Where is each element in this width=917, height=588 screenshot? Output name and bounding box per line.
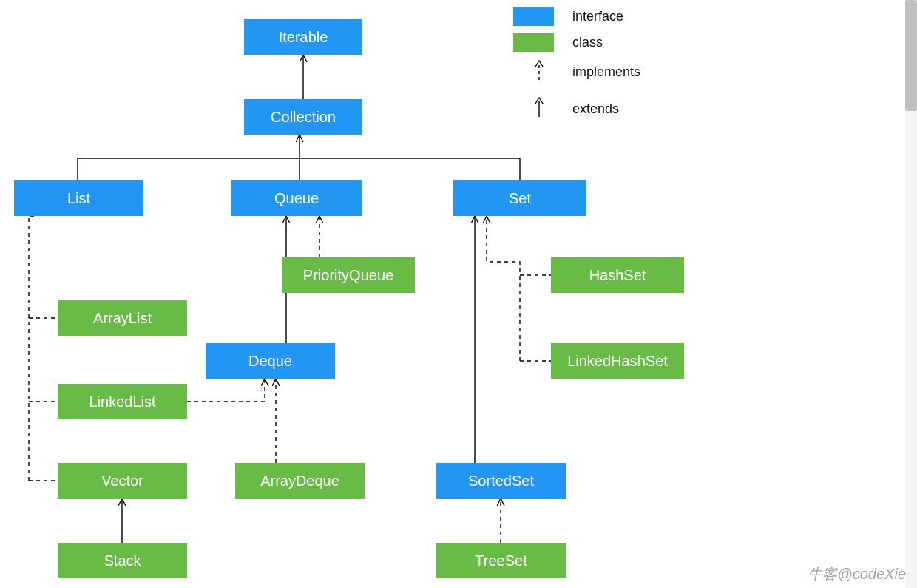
node-set: Set xyxy=(453,180,586,216)
edge-1 xyxy=(78,158,520,180)
node-list: List xyxy=(14,180,143,216)
edge-9 xyxy=(187,379,265,402)
node-arraylist: ArrayList xyxy=(58,300,187,336)
node-deque: Deque xyxy=(206,343,335,379)
edge-4 xyxy=(29,216,37,481)
node-hashset: HashSet xyxy=(551,257,684,293)
node-arraydeque: ArrayDeque xyxy=(235,463,365,499)
edges-layer xyxy=(0,0,917,588)
diagram-canvas: IterableCollectionListQueueSetPriorityQu… xyxy=(0,0,917,588)
node-vector: Vector xyxy=(58,463,187,499)
node-queue: Queue xyxy=(231,180,362,216)
scrollbar-thumb[interactable] xyxy=(905,0,917,111)
node-treeset: TreeSet xyxy=(436,543,566,578)
node-linkedlist: LinkedList xyxy=(58,384,187,419)
node-lhashset: LinkedHashSet xyxy=(551,343,684,379)
legend-arrow-implements xyxy=(528,59,550,81)
legend-label-class: class xyxy=(572,35,603,50)
legend-label-implements: implements xyxy=(572,64,640,80)
legend-label-interface: interface xyxy=(572,9,623,24)
legend-swatch-class xyxy=(513,33,554,52)
legend: interface class implements extends xyxy=(513,7,772,133)
legend-label-extends: extends xyxy=(572,101,619,117)
node-collection: Collection xyxy=(244,99,362,135)
legend-swatch-interface xyxy=(513,7,554,26)
node-priorityqueue: PriorityQueue xyxy=(282,257,415,293)
node-stack: Stack xyxy=(58,543,187,578)
node-sortedset: SortedSet xyxy=(436,463,566,499)
watermark: 牛客@codeXie xyxy=(808,564,906,584)
edge-11 xyxy=(487,216,520,361)
legend-arrow-extends xyxy=(528,96,550,118)
node-iterable: Iterable xyxy=(244,19,362,55)
